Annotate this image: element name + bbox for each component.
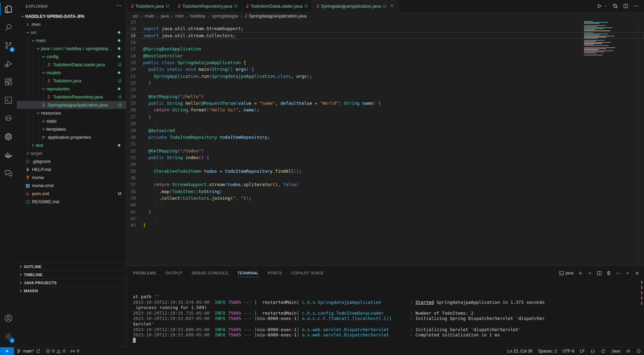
panel-tab-output[interactable]: OUTPUT [165, 269, 182, 277]
code-line-19[interactable]: 19public class SpringdatajpaApplication … [127, 59, 644, 66]
tree-item-mvnw[interactable]: mvnw [17, 173, 126, 182]
code-content[interactable]: 1314import java.util.stream.StreamSuppor… [127, 20, 644, 229]
tree-item-src[interactable]: src [17, 28, 126, 36]
split-terminal-button[interactable] [597, 271, 602, 276]
tree-item-todoitemdataloader-java[interactable]: JTodoItemDataLoader.javaU [17, 61, 126, 69]
code-line-38[interactable]: 38 .map(TodoItem::toString) [127, 188, 644, 195]
breadcrumb-item[interactable]: java [161, 14, 169, 19]
code-line-28[interactable]: 28 [127, 120, 644, 127]
status-remote-indicator[interactable] [0, 347, 14, 355]
tree-item-springdatajpaapplication-java[interactable]: JSpringdatajpaApplication.javaU [17, 101, 126, 109]
tree-item-models[interactable]: models [17, 69, 126, 77]
code-line-40[interactable]: 40 [127, 202, 644, 208]
status-problems[interactable]: 00 [43, 347, 68, 355]
terminal-output[interactable]: xt path ''2023-10-29T12:19:35.574-05:00 … [127, 280, 644, 343]
code-line-25[interactable]: 25 public String hello(@RequestParam(val… [127, 100, 644, 107]
status-forwarded-ports[interactable]: 0 [68, 347, 82, 355]
panel-more-button[interactable] [616, 271, 621, 276]
tree-item-target[interactable]: target [17, 149, 126, 157]
tree-item-mvnw-cmd[interactable]: mvnw.cmd [17, 182, 126, 190]
code-line-37[interactable]: 37 return StreamSupport.stream(todos.spl… [127, 181, 644, 188]
breadcrumb-item[interactable]: main [145, 14, 154, 19]
tab-springdatajpaapplication-java[interactable]: JSpringdatajpaApplication.javaU [312, 0, 399, 12]
code-line-34[interactable]: 34 [127, 161, 644, 168]
breadcrumb-item[interactable]: com [175, 14, 184, 19]
status-cursor-position[interactable]: Ln 15, Col 36 [505, 347, 535, 355]
tree-item-config[interactable]: config [17, 53, 126, 61]
tree-item-todoitemrepository-java[interactable]: JTodoItemRepository.javaU [17, 93, 126, 101]
code-line-41[interactable]: 41 } [127, 209, 644, 215]
status-indentation[interactable]: Spaces: 2 [535, 347, 559, 355]
close-panel-button[interactable] [635, 271, 640, 276]
code-line-17[interactable]: 17@SpringBootApplication [127, 46, 644, 52]
breadcrumb-file[interactable]: JSpringdatajpaApplication.java [244, 14, 307, 19]
activity-item-source-control[interactable]: 9 [0, 36, 17, 55]
maximize-panel-button[interactable] [625, 271, 630, 276]
kill-terminal-button[interactable] [606, 271, 611, 276]
code-line-15[interactable]: 15import java.util.stream.Collectors; [127, 32, 644, 39]
code-line-26[interactable]: 26 return String.format("Hello %s!", nam… [127, 107, 644, 113]
activity-item-settings[interactable]: 1 [0, 327, 17, 346]
activity-item-copilot[interactable] [0, 109, 17, 128]
status-copilot-status[interactable] [623, 347, 633, 355]
close-icon[interactable] [390, 4, 394, 9]
panel-tab-ports[interactable]: PORTS [268, 269, 282, 277]
activity-item-comments[interactable] [0, 164, 17, 182]
panel-tab-debug-console[interactable]: DEBUG CONSOLE [192, 269, 228, 277]
editor-scrollbar[interactable] [638, 20, 638, 266]
code-line-36[interactable]: 36 [127, 175, 644, 181]
breadcrumb-item[interactable]: springdatajpa [212, 14, 238, 19]
sidebar-section-java-projects[interactable]: JAVA PROJECTS [17, 279, 126, 287]
activity-item-explorer[interactable] [0, 0, 17, 18]
code-line-21[interactable]: 21 SpringApplication.run(SpringdatajpaAp… [127, 73, 644, 80]
code-line-42[interactable]: 42 [127, 215, 644, 222]
code-line-27[interactable]: 27 } [127, 114, 644, 120]
status-git-branch[interactable]: main* [14, 347, 43, 355]
code-line-31[interactable]: 31 [127, 141, 644, 147]
sidebar-section-timeline[interactable]: TIMELINE [17, 271, 126, 279]
activity-item-remote-terminal[interactable] [0, 91, 17, 109]
activity-item-account[interactable] [0, 309, 17, 327]
activity-item-run-debug[interactable] [0, 55, 17, 73]
run-dropdown-button[interactable] [604, 4, 608, 8]
tree-item-resources[interactable]: resources [17, 109, 126, 117]
panel-tab-problems[interactable]: PROBLEMS [133, 269, 156, 277]
status-language-braces[interactable]: {} [588, 347, 598, 355]
status-notifications[interactable] [633, 347, 644, 355]
status-eol[interactable]: LF [577, 347, 588, 355]
tree-item-pom-xml[interactable]: pom.xmlM [17, 190, 126, 198]
code-line-39[interactable]: 39 .collect(Collectors.joining(", ")); [127, 195, 644, 202]
code-editor[interactable]: 1314import java.util.stream.StreamSuppor… [127, 20, 644, 266]
open-changes-button[interactable] [612, 3, 618, 9]
status-language-mode[interactable]: Java [609, 347, 623, 355]
activity-item-search[interactable] [0, 18, 17, 36]
panel-tab-terminal[interactable]: TERMINAL [237, 269, 259, 277]
new-terminal-button[interactable] [578, 271, 583, 276]
run-java-button[interactable] [597, 3, 602, 9]
activity-item-extensions[interactable] [0, 73, 17, 91]
code-line-23[interactable]: 23 [127, 86, 644, 93]
tab-todoitemdataloader-java[interactable]: JTodoItemDataLoader.javaU [242, 0, 312, 12]
tree-item-repositories[interactable]: repositories [17, 85, 126, 93]
status-language-status[interactable] [598, 347, 609, 355]
activity-item-docker[interactable] [0, 146, 17, 164]
activity-item-spring-boot[interactable] [0, 128, 17, 146]
tree-item-readme-md[interactable]: README.md [17, 198, 126, 206]
code-line-18[interactable]: 18@RestController [127, 53, 644, 59]
tree-item-static[interactable]: static [17, 117, 126, 125]
tree-item-haddley-spring-data-jpa[interactable]: HADDLEY-SPRING-DATA-JPA [17, 12, 126, 20]
tree-item-main[interactable]: main [17, 36, 126, 45]
tree-item-test[interactable]: test [17, 141, 126, 149]
explorer-more-icon[interactable] [116, 3, 122, 10]
code-line-43[interactable]: 43} [127, 222, 644, 228]
breadcrumb-item[interactable]: haddley [190, 14, 206, 19]
tab-todoitem-java[interactable]: JTodoItem.javaU [127, 0, 174, 12]
code-line-22[interactable]: 22 } [127, 80, 644, 86]
split-editor-button[interactable] [623, 3, 629, 9]
code-line-29[interactable]: 29 @Autowired [127, 127, 644, 134]
tree-item-gitignore[interactable]: .gitignore [17, 157, 126, 165]
status-encoding[interactable]: UTF-8 [559, 347, 577, 355]
code-line-13[interactable]: 13 [127, 20, 644, 25]
code-line-24[interactable]: 24 @GetMapping("/hello") [127, 93, 644, 100]
code-line-32[interactable]: 32 @GetMapping("/todos") [127, 148, 644, 154]
